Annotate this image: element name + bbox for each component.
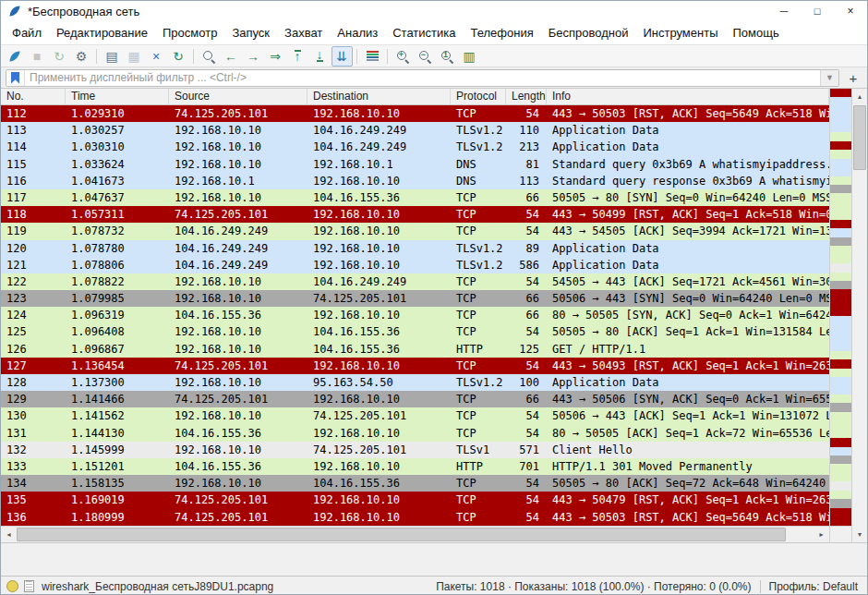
zoom-in-button[interactable]: +: [392, 46, 414, 67]
packet-row-128[interactable]: 1281.137300192.168.10.1095.163.54.50TLSv…: [1, 374, 829, 391]
packet-row-129[interactable]: 1291.14146674.125.205.101192.168.10.10TC…: [1, 391, 829, 407]
filter-bookmark-button[interactable]: [6, 70, 25, 86]
menu-item-10[interactable]: Помощь: [726, 23, 787, 42]
menu-item-3[interactable]: Запуск: [224, 23, 277, 42]
cell-src: 104.16.155.36: [169, 307, 307, 323]
packet-row-117[interactable]: 1171.047637192.168.10.10104.16.155.36TCP…: [1, 189, 829, 206]
packet-row-112[interactable]: 1121.02931074.125.205.101192.168.10.10TC…: [1, 105, 829, 122]
column-header-source[interactable]: Source: [169, 89, 307, 104]
horizontal-scroll-thumb[interactable]: [17, 528, 786, 541]
profile-label[interactable]: Профиль: Default: [769, 580, 859, 593]
open-file-icon: ▤: [105, 50, 117, 63]
packet-row-114[interactable]: 1141.030310192.168.10.10104.16.249.249TL…: [1, 139, 829, 155]
packet-row-135[interactable]: 1351.16901974.125.205.101192.168.10.10TC…: [1, 492, 829, 508]
auto-scroll-button[interactable]: ⇊: [332, 46, 353, 67]
scroll-right-arrow-icon[interactable]: ▸: [814, 527, 829, 542]
close-file-button[interactable]: ×: [146, 46, 167, 67]
menu-item-2[interactable]: Просмотр: [155, 23, 224, 42]
open-file-button[interactable]: ▤: [102, 46, 123, 67]
packet-row-134[interactable]: 1341.158135192.168.10.10104.16.155.36TCP…: [1, 475, 829, 492]
zoom-normal-icon: 1: [440, 50, 453, 63]
cell-no: 118: [1, 206, 66, 223]
packet-row-120[interactable]: 1201.078780104.16.249.249192.168.10.10TL…: [1, 240, 829, 257]
packet-row-119[interactable]: 1191.078732104.16.249.249192.168.10.10TC…: [1, 223, 829, 239]
column-header-no[interactable]: No.: [1, 89, 66, 104]
save-file-button[interactable]: ▦: [124, 46, 145, 67]
maximize-button[interactable]: □: [801, 1, 834, 21]
menu-item-1[interactable]: Редактирование: [49, 23, 155, 42]
packet-row-118[interactable]: 1181.05731174.125.205.101192.168.10.10TC…: [1, 206, 829, 223]
capture-options-button[interactable]: ⚙: [71, 46, 92, 67]
packet-row-121[interactable]: 1211.078806104.16.249.249192.168.10.10TL…: [1, 257, 829, 273]
intelligent-scrollbar-minimap[interactable]: [829, 89, 851, 542]
reload-file-button[interactable]: ↻: [168, 46, 189, 67]
packet-row-122[interactable]: 1221.078822192.168.10.10104.16.249.249TC…: [1, 273, 829, 290]
restart-capture-button[interactable]: ↻: [49, 46, 70, 67]
display-filter-input[interactable]: [25, 71, 820, 84]
menu-item-0[interactable]: Файл: [5, 23, 49, 42]
zoom-normal-button[interactable]: 1: [437, 46, 458, 67]
menu-item-5[interactable]: Анализ: [330, 23, 385, 42]
minimap-stripe: [830, 359, 851, 368]
packet-row-130[interactable]: 1301.141562192.168.10.1074.125.205.101TC…: [1, 407, 829, 424]
capture-comment-icon[interactable]: [24, 580, 34, 592]
expert-info-icon[interactable]: [6, 580, 18, 592]
minimize-button[interactable]: ─: [767, 1, 801, 21]
minimap-stripe: [830, 89, 851, 97]
packet-row-133[interactable]: 1331.151201104.16.155.36192.168.10.10HTT…: [1, 458, 829, 475]
menu-item-9[interactable]: Инструменты: [635, 23, 725, 42]
menu-item-4[interactable]: Захват: [277, 23, 330, 42]
cell-len: 66: [506, 391, 547, 407]
menu-item-6[interactable]: Статистика: [385, 23, 463, 42]
column-header-length[interactable]: Length: [506, 89, 547, 104]
filter-add-button[interactable]: +: [844, 69, 862, 87]
scroll-up-arrow-icon[interactable]: ▴: [852, 89, 867, 104]
go-back-button[interactable]: ←: [221, 46, 242, 67]
column-header-destination[interactable]: Destination: [307, 89, 451, 104]
horizontal-scrollbar[interactable]: ◂ ▸: [1, 526, 829, 542]
cell-len: 66: [506, 307, 547, 323]
close-button[interactable]: ×: [834, 1, 867, 21]
go-forward-button[interactable]: →: [243, 46, 264, 67]
resize-columns-button[interactable]: ▥: [459, 46, 480, 67]
packet-row-125[interactable]: 1251.096408192.168.10.10104.16.155.36TCP…: [1, 323, 829, 340]
start-capture-button[interactable]: [5, 46, 26, 67]
packet-row-123[interactable]: 1231.079985192.168.10.1074.125.205.101TC…: [1, 290, 829, 307]
packet-row-132[interactable]: 1321.145999192.168.10.1074.125.205.101TL…: [1, 442, 829, 458]
go-to-packet-button[interactable]: ⇒: [265, 46, 286, 67]
packet-row-116[interactable]: 1161.041673192.168.10.1192.168.10.10DNS1…: [1, 173, 829, 189]
packet-row-115[interactable]: 1151.033624192.168.10.10192.168.10.1DNS8…: [1, 156, 829, 173]
cell-no: 112: [1, 105, 66, 122]
cell-len: 66: [506, 290, 547, 307]
find-packet-button[interactable]: [199, 46, 220, 67]
cell-no: 113: [1, 122, 66, 139]
chevron-down-icon: ▼: [826, 73, 834, 82]
packet-row-131[interactable]: 1311.144130104.16.155.36192.168.10.10TCP…: [1, 425, 829, 442]
packet-row-136[interactable]: 1361.18099974.125.205.101192.168.10.10TC…: [1, 509, 829, 526]
packet-row-124[interactable]: 1241.096319104.16.155.36192.168.10.10TCP…: [1, 307, 829, 323]
column-header-info[interactable]: Info: [547, 89, 829, 104]
colorize-packets-icon: [367, 51, 379, 61]
cell-info: Application Data: [547, 240, 829, 257]
filter-dropdown-button[interactable]: ▼: [820, 70, 838, 86]
menu-item-7[interactable]: Телефония: [463, 23, 540, 42]
cell-time: 1.029310: [66, 105, 169, 122]
scroll-down-arrow-icon[interactable]: ▾: [852, 527, 867, 542]
scroll-left-arrow-icon[interactable]: ◂: [1, 527, 17, 542]
column-header-time[interactable]: Time: [66, 89, 169, 104]
vertical-scroll-thumb[interactable]: [853, 105, 866, 170]
go-last-packet-button[interactable]: ↓: [309, 46, 331, 67]
cell-len: 100: [506, 374, 547, 391]
colorize-packets-button[interactable]: [362, 46, 383, 67]
vertical-scrollbar[interactable]: ▴ ▾: [851, 89, 867, 542]
minimap-stripes[interactable]: [830, 89, 851, 526]
zoom-out-button[interactable]: −: [415, 46, 436, 67]
menu-item-8[interactable]: Беспроводной: [541, 23, 636, 42]
packet-row-126[interactable]: 1261.096867192.168.10.10104.16.155.36HTT…: [1, 341, 829, 358]
column-header-protocol[interactable]: Protocol: [451, 89, 506, 104]
packet-row-113[interactable]: 1131.030257192.168.10.10104.16.249.249TL…: [1, 122, 829, 139]
go-first-packet-button[interactable]: ↑: [287, 46, 308, 67]
packet-counts: Пакеты: 1018 · Показаны: 1018 (100.0%) ·…: [436, 580, 751, 593]
packet-row-127[interactable]: 1271.13645474.125.205.101192.168.10.10TC…: [1, 358, 829, 374]
stop-capture-button[interactable]: ■: [27, 46, 48, 67]
